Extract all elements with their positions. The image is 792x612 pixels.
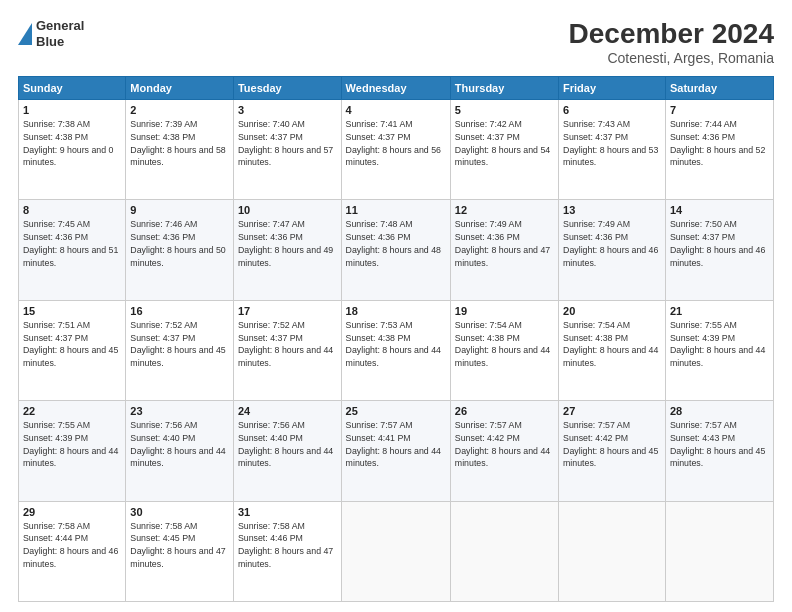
calendar-cell: 8Sunrise: 7:45 AMSunset: 4:36 PMDaylight…	[19, 200, 126, 300]
day-number: 27	[563, 405, 661, 417]
day-info: Sunrise: 7:49 AMSunset: 4:36 PMDaylight:…	[455, 218, 554, 269]
day-info: Sunrise: 7:58 AMSunset: 4:44 PMDaylight:…	[23, 520, 121, 571]
calendar-cell: 7Sunrise: 7:44 AMSunset: 4:36 PMDaylight…	[665, 100, 773, 200]
day-number: 30	[130, 506, 229, 518]
day-info: Sunrise: 7:54 AMSunset: 4:38 PMDaylight:…	[455, 319, 554, 370]
logo-text: General Blue	[36, 18, 84, 49]
calendar-cell: 6Sunrise: 7:43 AMSunset: 4:37 PMDaylight…	[559, 100, 666, 200]
calendar-cell: 22Sunrise: 7:55 AMSunset: 4:39 PMDayligh…	[19, 401, 126, 501]
day-info: Sunrise: 7:49 AMSunset: 4:36 PMDaylight:…	[563, 218, 661, 269]
day-number: 3	[238, 104, 337, 116]
day-info: Sunrise: 7:57 AMSunset: 4:42 PMDaylight:…	[563, 419, 661, 470]
calendar-cell	[559, 501, 666, 601]
weekday-header-row: SundayMondayTuesdayWednesdayThursdayFrid…	[19, 77, 774, 100]
week-row-4: 22Sunrise: 7:55 AMSunset: 4:39 PMDayligh…	[19, 401, 774, 501]
day-number: 16	[130, 305, 229, 317]
day-info: Sunrise: 7:40 AMSunset: 4:37 PMDaylight:…	[238, 118, 337, 169]
weekday-header-monday: Monday	[126, 77, 234, 100]
day-number: 15	[23, 305, 121, 317]
calendar-cell: 16Sunrise: 7:52 AMSunset: 4:37 PMDayligh…	[126, 300, 234, 400]
day-info: Sunrise: 7:38 AMSunset: 4:38 PMDaylight:…	[23, 118, 121, 169]
day-number: 21	[670, 305, 769, 317]
calendar-cell	[341, 501, 450, 601]
day-number: 25	[346, 405, 446, 417]
calendar-cell	[450, 501, 558, 601]
day-number: 10	[238, 204, 337, 216]
day-info: Sunrise: 7:47 AMSunset: 4:36 PMDaylight:…	[238, 218, 337, 269]
calendar-table: SundayMondayTuesdayWednesdayThursdayFrid…	[18, 76, 774, 602]
calendar-cell: 3Sunrise: 7:40 AMSunset: 4:37 PMDaylight…	[233, 100, 341, 200]
day-info: Sunrise: 7:46 AMSunset: 4:36 PMDaylight:…	[130, 218, 229, 269]
day-number: 5	[455, 104, 554, 116]
day-number: 6	[563, 104, 661, 116]
day-number: 29	[23, 506, 121, 518]
day-number: 12	[455, 204, 554, 216]
week-row-2: 8Sunrise: 7:45 AMSunset: 4:36 PMDaylight…	[19, 200, 774, 300]
calendar-cell: 26Sunrise: 7:57 AMSunset: 4:42 PMDayligh…	[450, 401, 558, 501]
weekday-header-sunday: Sunday	[19, 77, 126, 100]
calendar-cell: 10Sunrise: 7:47 AMSunset: 4:36 PMDayligh…	[233, 200, 341, 300]
calendar-title: December 2024	[569, 18, 774, 50]
calendar-cell: 23Sunrise: 7:56 AMSunset: 4:40 PMDayligh…	[126, 401, 234, 501]
day-number: 17	[238, 305, 337, 317]
calendar-cell: 2Sunrise: 7:39 AMSunset: 4:38 PMDaylight…	[126, 100, 234, 200]
calendar-cell: 4Sunrise: 7:41 AMSunset: 4:37 PMDaylight…	[341, 100, 450, 200]
calendar-cell: 31Sunrise: 7:58 AMSunset: 4:46 PMDayligh…	[233, 501, 341, 601]
day-info: Sunrise: 7:41 AMSunset: 4:37 PMDaylight:…	[346, 118, 446, 169]
logo-line1: General	[36, 18, 84, 34]
day-info: Sunrise: 7:55 AMSunset: 4:39 PMDaylight:…	[670, 319, 769, 370]
week-row-5: 29Sunrise: 7:58 AMSunset: 4:44 PMDayligh…	[19, 501, 774, 601]
calendar-cell: 17Sunrise: 7:52 AMSunset: 4:37 PMDayligh…	[233, 300, 341, 400]
day-info: Sunrise: 7:50 AMSunset: 4:37 PMDaylight:…	[670, 218, 769, 269]
day-info: Sunrise: 7:57 AMSunset: 4:41 PMDaylight:…	[346, 419, 446, 470]
day-info: Sunrise: 7:58 AMSunset: 4:46 PMDaylight:…	[238, 520, 337, 571]
day-info: Sunrise: 7:56 AMSunset: 4:40 PMDaylight:…	[238, 419, 337, 470]
day-info: Sunrise: 7:51 AMSunset: 4:37 PMDaylight:…	[23, 319, 121, 370]
day-number: 20	[563, 305, 661, 317]
day-info: Sunrise: 7:53 AMSunset: 4:38 PMDaylight:…	[346, 319, 446, 370]
day-info: Sunrise: 7:56 AMSunset: 4:40 PMDaylight:…	[130, 419, 229, 470]
day-number: 8	[23, 204, 121, 216]
day-info: Sunrise: 7:42 AMSunset: 4:37 PMDaylight:…	[455, 118, 554, 169]
day-info: Sunrise: 7:39 AMSunset: 4:38 PMDaylight:…	[130, 118, 229, 169]
calendar-cell: 21Sunrise: 7:55 AMSunset: 4:39 PMDayligh…	[665, 300, 773, 400]
weekday-header-saturday: Saturday	[665, 77, 773, 100]
week-row-1: 1Sunrise: 7:38 AMSunset: 4:38 PMDaylight…	[19, 100, 774, 200]
day-number: 31	[238, 506, 337, 518]
calendar-cell: 14Sunrise: 7:50 AMSunset: 4:37 PMDayligh…	[665, 200, 773, 300]
calendar-cell: 12Sunrise: 7:49 AMSunset: 4:36 PMDayligh…	[450, 200, 558, 300]
day-number: 1	[23, 104, 121, 116]
weekday-header-friday: Friday	[559, 77, 666, 100]
day-info: Sunrise: 7:44 AMSunset: 4:36 PMDaylight:…	[670, 118, 769, 169]
logo: General Blue	[18, 18, 84, 49]
day-info: Sunrise: 7:45 AMSunset: 4:36 PMDaylight:…	[23, 218, 121, 269]
calendar-cell: 19Sunrise: 7:54 AMSunset: 4:38 PMDayligh…	[450, 300, 558, 400]
day-number: 26	[455, 405, 554, 417]
day-info: Sunrise: 7:52 AMSunset: 4:37 PMDaylight:…	[238, 319, 337, 370]
day-number: 28	[670, 405, 769, 417]
calendar-cell: 24Sunrise: 7:56 AMSunset: 4:40 PMDayligh…	[233, 401, 341, 501]
header: General Blue December 2024 Cotenesti, Ar…	[18, 18, 774, 66]
calendar-cell	[665, 501, 773, 601]
day-number: 19	[455, 305, 554, 317]
calendar-cell: 30Sunrise: 7:58 AMSunset: 4:45 PMDayligh…	[126, 501, 234, 601]
day-number: 2	[130, 104, 229, 116]
day-number: 13	[563, 204, 661, 216]
logo-icon	[18, 23, 32, 45]
day-number: 14	[670, 204, 769, 216]
calendar-cell: 1Sunrise: 7:38 AMSunset: 4:38 PMDaylight…	[19, 100, 126, 200]
day-info: Sunrise: 7:57 AMSunset: 4:43 PMDaylight:…	[670, 419, 769, 470]
day-info: Sunrise: 7:57 AMSunset: 4:42 PMDaylight:…	[455, 419, 554, 470]
weekday-header-thursday: Thursday	[450, 77, 558, 100]
day-number: 9	[130, 204, 229, 216]
calendar-cell: 9Sunrise: 7:46 AMSunset: 4:36 PMDaylight…	[126, 200, 234, 300]
calendar-page: General Blue December 2024 Cotenesti, Ar…	[0, 0, 792, 612]
day-info: Sunrise: 7:48 AMSunset: 4:36 PMDaylight:…	[346, 218, 446, 269]
day-number: 24	[238, 405, 337, 417]
title-block: December 2024 Cotenesti, Arges, Romania	[569, 18, 774, 66]
calendar-cell: 15Sunrise: 7:51 AMSunset: 4:37 PMDayligh…	[19, 300, 126, 400]
calendar-cell: 29Sunrise: 7:58 AMSunset: 4:44 PMDayligh…	[19, 501, 126, 601]
day-number: 18	[346, 305, 446, 317]
logo-line2: Blue	[36, 34, 84, 50]
weekday-header-tuesday: Tuesday	[233, 77, 341, 100]
